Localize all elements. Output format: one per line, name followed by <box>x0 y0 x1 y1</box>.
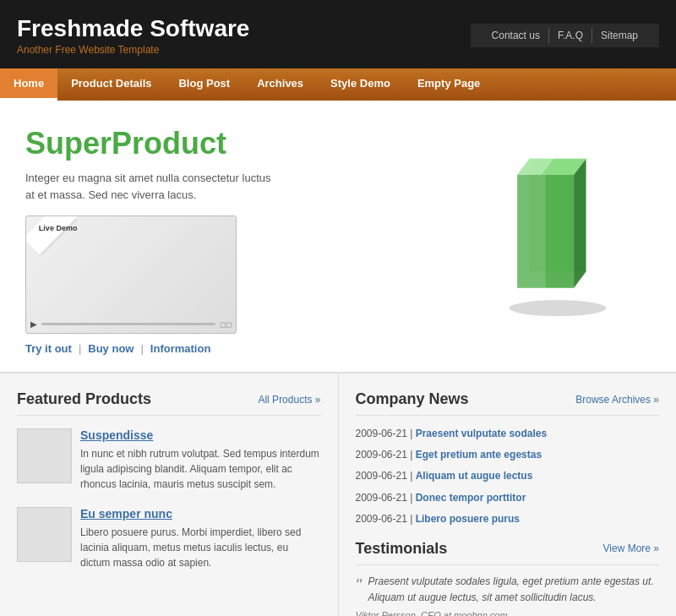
hero-title-plain: Super <box>25 126 112 161</box>
nav-empty-page[interactable]: Empty Page <box>404 68 493 101</box>
top-nav-faq[interactable]: F.A.Q <box>549 28 592 43</box>
svg-marker-3 <box>574 159 586 288</box>
product-title-2[interactable]: Eu semper nunc <box>80 507 321 521</box>
nav-style-demo[interactable]: Style Demo <box>317 68 404 101</box>
featured-products-section: Featured Products All Products » Suspend… <box>0 373 339 616</box>
divider-1: | <box>79 342 81 355</box>
news-link-2[interactable]: Aliquam ut augue lectus <box>416 470 533 482</box>
news-item-4: 2009-06-21 | Libero posuere purus <box>356 511 660 527</box>
testimonial-author: Viktor Persson, CEO at moobnn.com <box>356 610 660 616</box>
news-heading: Company News <box>356 390 469 408</box>
site-subtitle: Another Free Website Template <box>17 44 249 56</box>
try-it-out-link[interactable]: Try it out <box>25 342 72 355</box>
top-nav-contact[interactable]: Contact us <box>483 28 549 43</box>
news-link-0[interactable]: Praesent vulputate sodales <box>416 428 547 439</box>
video-progress-bar <box>41 323 215 325</box>
news-date-1: 2009-06-21 <box>356 449 407 461</box>
news-item-3: 2009-06-21 | Donec tempor porttitor <box>356 490 660 506</box>
news-item-1: 2009-06-21 | Eget pretium ante egestas <box>356 447 660 463</box>
divider-2: | <box>140 342 143 355</box>
nav-home[interactable]: Home <box>0 68 57 101</box>
news-link-4[interactable]: Libero posuere purus <box>416 513 520 525</box>
product-item-1: Suspendisse In nunc et nibh rutrum volut… <box>17 428 321 492</box>
site-title: Freshmade Software <box>17 15 249 42</box>
news-item-0: 2009-06-21 | Praesent vulputate sodales <box>356 426 660 442</box>
hero-title: SuperProduct <box>25 126 465 161</box>
hero-title-colored: Product <box>112 126 226 161</box>
video-player[interactable]: Live Demo ▶ ◻◻ <box>25 215 237 334</box>
product-desc-1: In nunc et nibh rutrum volutpat. Sed tem… <box>80 446 321 492</box>
news-date-3: 2009-06-21 <box>356 492 407 504</box>
product-title-1[interactable]: Suspendisse <box>80 428 321 442</box>
video-time: ◻◻ <box>220 320 232 329</box>
testimonials-section: Testimonials View More » Praesent vulput… <box>356 540 660 616</box>
video-play-btn[interactable]: ▶ <box>30 319 37 329</box>
news-item-2: 2009-06-21 | Aliquam ut augue lectus <box>356 468 660 484</box>
nav-blog-post[interactable]: Blog Post <box>165 68 243 101</box>
testimonials-heading: Testimonials <box>356 540 448 558</box>
view-more-link[interactable]: View More » <box>603 542 659 554</box>
nav-archives[interactable]: Archives <box>243 68 317 101</box>
news-date-4: 2009-06-21 <box>356 513 407 525</box>
buy-now-link[interactable]: Buy now <box>88 342 134 355</box>
news-date-0: 2009-06-21 <box>356 428 407 439</box>
hero-description: Integer eu magna sit amet nulla consecte… <box>25 170 279 203</box>
news-date-2: 2009-06-21 <box>356 470 407 482</box>
nav-product-details[interactable]: Product Details <box>57 68 165 101</box>
news-link-3[interactable]: Donec tempor porttitor <box>416 492 526 504</box>
all-products-link[interactable]: All Products » <box>258 394 320 406</box>
product-image <box>490 134 625 320</box>
news-link-1[interactable]: Eget pretium ante egestas <box>416 449 542 461</box>
hero-links: Try it out | Buy now | Information <box>25 342 465 355</box>
product-item-2: Eu semper nunc Libero posuere purus. Mor… <box>17 507 321 570</box>
live-demo-badge: Live Demo <box>39 224 77 232</box>
svg-point-0 <box>510 300 607 316</box>
information-link[interactable]: Information <box>150 342 211 355</box>
browse-archives-link[interactable]: Browse Archives » <box>575 394 659 406</box>
featured-heading: Featured Products <box>17 390 151 408</box>
product-thumb-2 <box>17 507 72 562</box>
top-nav-sitemap[interactable]: Sitemap <box>592 28 646 43</box>
news-section: Company News Browse Archives » 2009-06-2… <box>339 373 677 616</box>
svg-marker-5 <box>517 175 545 288</box>
product-desc-2: Libero posuere purus. Morbi imperdiet, l… <box>80 525 321 570</box>
testimonial-quote: Praesent vulputate sodales ligula, eget … <box>356 574 660 606</box>
product-thumb-1 <box>17 428 72 483</box>
